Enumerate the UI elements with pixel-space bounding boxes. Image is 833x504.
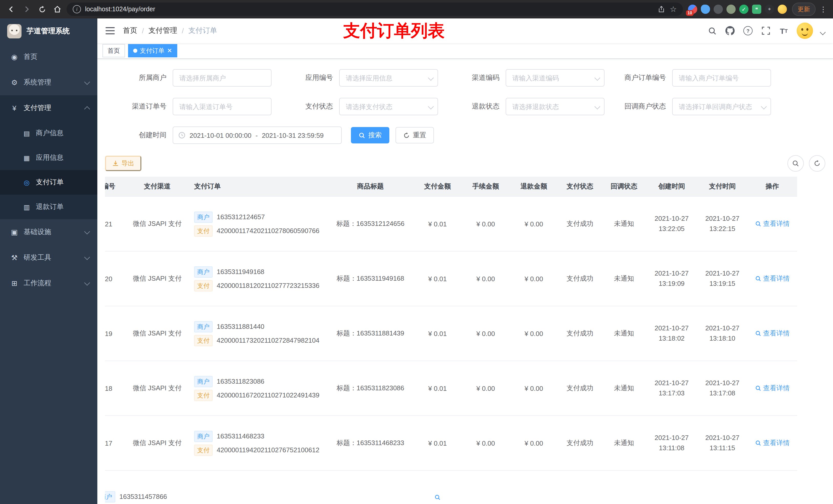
sidebar-item-refund-order[interactable]: ▥ 退款订单 — [0, 195, 97, 219]
cell-refund: ¥ 0.00 — [510, 196, 558, 251]
cell-amount: ¥ 0.01 — [413, 196, 461, 251]
app-title: 芋道管理系统 — [27, 27, 70, 36]
col-refund: 退款金额 — [510, 177, 558, 196]
browser-update-label: 更新 — [798, 5, 810, 14]
merchant-tag: 商户 — [194, 266, 213, 278]
github-icon[interactable] — [725, 26, 735, 36]
tab-pay-order[interactable]: 支付订单 ✕ — [128, 44, 177, 57]
table-row: 20 微信 JSAPI 支付 商户 1635311949168 支付 42000… — [105, 251, 797, 306]
drop-extension-icon[interactable] — [701, 5, 710, 14]
pay-date: 2021-10-27 — [700, 268, 744, 279]
cell-notify: 未通知 — [602, 416, 646, 471]
table-search-toggle-button[interactable] — [787, 155, 804, 172]
avatar-caret-icon[interactable] — [820, 29, 826, 35]
help-icon[interactable]: ? — [743, 26, 753, 36]
app-no-select[interactable] — [339, 69, 438, 87]
extensions-cluster: 10 ✓ ❝ ⌖ — [686, 5, 789, 14]
field-label: 创建时间 — [105, 130, 173, 140]
fullscreen-icon[interactable] — [761, 26, 771, 36]
merchant-order-no-input[interactable] — [672, 69, 771, 87]
profile-avatar-icon[interactable] — [778, 5, 787, 14]
pay-time: 13:17:08 — [700, 388, 744, 399]
gray-extension-icon[interactable] — [714, 5, 723, 14]
chat-extension-icon[interactable]: ❝ — [752, 5, 761, 14]
close-icon[interactable]: ✕ — [167, 48, 172, 54]
browser-update-button[interactable]: 更新 — [792, 3, 815, 16]
merchant-order-no: 1635311457866 — [119, 493, 167, 500]
breadcrumb-separator: / — [142, 27, 144, 35]
reload-icon[interactable] — [36, 3, 48, 15]
view-detail-label: 查看详情 — [763, 329, 790, 338]
title-value: 1635311468233 — [357, 439, 404, 447]
reset-button[interactable]: 重置 — [396, 127, 434, 143]
site-info-icon[interactable]: i — [73, 5, 81, 13]
view-detail-link[interactable] — [434, 494, 441, 500]
share-icon[interactable] — [657, 5, 666, 14]
date-range-input[interactable]: 2021-10-01 00:00:00 - 2021-10-31 23:59:5… — [173, 126, 342, 144]
search-icon — [792, 160, 799, 167]
url-text[interactable]: localhost:1024/pay/order — [85, 6, 652, 13]
pay-date: 2021-10-27 — [700, 378, 744, 388]
refresh-icon — [813, 160, 821, 167]
col-actions: 操作 — [747, 177, 797, 196]
view-detail-link[interactable]: 查看详情 — [755, 438, 790, 448]
sidebar-logo[interactable]: 芋道管理系统 — [0, 19, 97, 44]
check-extension-icon[interactable]: ✓ — [739, 5, 748, 14]
user-avatar[interactable] — [796, 23, 813, 39]
view-detail-link[interactable]: 查看详情 — [755, 329, 790, 338]
home-icon[interactable] — [51, 3, 64, 15]
sidebar-item-label: 退款订单 — [36, 202, 64, 212]
sidebar-item-label: 支付订单 — [36, 178, 64, 187]
tab-home[interactable]: 首页 — [102, 44, 125, 57]
forward-icon[interactable] — [21, 3, 33, 15]
browser-menu-icon[interactable]: ⋮ — [819, 5, 828, 13]
search-icon — [434, 494, 441, 500]
hamburger-icon[interactable] — [105, 27, 115, 34]
cell-create-time: 2021-10-27 13:18:02 — [646, 306, 697, 361]
channel-code-select[interactable] — [506, 69, 604, 87]
refund-status-select[interactable] — [506, 98, 604, 115]
search-button[interactable]: 搜索 — [351, 127, 389, 143]
sidebar-item-pay[interactable]: ¥ 支付管理 — [0, 95, 97, 121]
font-size-icon[interactable]: TT — [779, 26, 789, 36]
date-start-value: 2021-10-01 00:00:00 — [190, 131, 251, 139]
cell-fee: ¥ 0.00 — [461, 306, 510, 361]
notify-status-select[interactable] — [672, 98, 771, 115]
breadcrumb-home[interactable]: 首页 — [123, 26, 137, 35]
search-icon[interactable] — [707, 26, 717, 36]
merchant-input[interactable] — [173, 69, 271, 87]
download-icon — [112, 160, 119, 167]
sidebar-item-merchant-info[interactable]: ▤ 商户信息 — [0, 121, 97, 145]
view-detail-link[interactable]: 查看详情 — [755, 274, 790, 283]
breadcrumb-pay[interactable]: 支付管理 — [148, 26, 177, 35]
cell-fee: ¥ 0.00 — [461, 416, 510, 471]
view-detail-link[interactable]: 查看详情 — [755, 219, 790, 229]
sidebar-item-home[interactable]: ◉ 首页 — [0, 44, 97, 70]
address-bar[interactable]: i localhost:1024/pay/order ☆ — [67, 3, 683, 16]
sidebar-item-app-info[interactable]: ▦ 应用信息 — [0, 145, 97, 170]
sidebar-item-devtools[interactable]: ⚒ 研发工具 — [0, 245, 97, 270]
sidebar-item-pay-order[interactable]: ◎ 支付订单 — [0, 170, 97, 195]
export-button[interactable]: 导出 — [105, 156, 141, 171]
back-icon[interactable] — [5, 3, 18, 15]
cell-channel: 微信 JSAPI 支付 — [126, 306, 188, 361]
olive-extension-icon[interactable] — [727, 5, 736, 14]
table-refresh-button[interactable] — [809, 155, 825, 172]
bookmark-star-icon[interactable]: ☆ — [670, 5, 677, 14]
title-prefix: 标题： — [337, 274, 357, 282]
sidebar-item-infra[interactable]: ▣ 基础设施 — [0, 219, 97, 245]
channel-transaction-no: 4200001181202110277723215336 — [217, 282, 319, 289]
pay-status-select[interactable] — [339, 98, 438, 115]
channel-order-no-input[interactable] — [173, 98, 271, 115]
date-separator: - — [255, 131, 258, 139]
filter-row-2: 渠道订单号 支付状态 退款状态 回调商户状态 — [105, 98, 825, 115]
pin-extension-icon[interactable]: ⌖ — [765, 5, 774, 14]
sidebar-item-workflow[interactable]: ⊞ 工作流程 — [0, 270, 97, 296]
sidebar-item-system[interactable]: ⚙ 系统管理 — [0, 70, 97, 95]
cell-status: 支付成功 — [558, 416, 602, 471]
view-detail-link[interactable]: 查看详情 — [755, 384, 790, 393]
cell-id: 18 — [105, 361, 126, 416]
table-tools — [787, 155, 825, 172]
extension-icon[interactable]: 10 — [688, 5, 697, 14]
reset-button-label: 重置 — [413, 130, 426, 140]
